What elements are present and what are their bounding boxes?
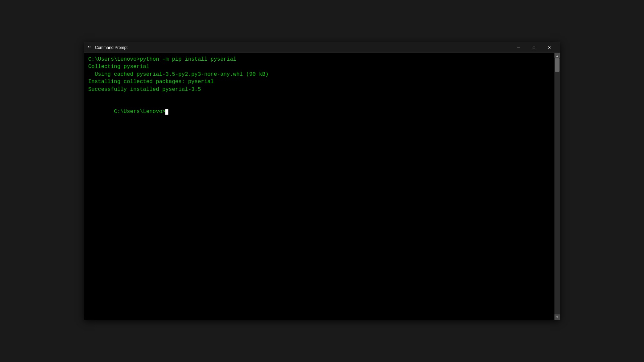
title-bar-left: C: Command Prompt: [87, 45, 127, 50]
cmd-icon-label: C:: [88, 46, 92, 49]
window-controls: ─ □ ✕: [511, 42, 557, 53]
window-title: Command Prompt: [95, 45, 127, 50]
scrollbar: ▲ ▼: [554, 53, 560, 320]
terminal-cursor: [165, 109, 168, 115]
terminal-line-3: Using cached pyserial-3.5-py2.py3-none-a…: [88, 71, 550, 78]
title-bar: C: Command Prompt ─ □ ✕: [84, 42, 560, 53]
terminal-line-2: Collecting pyserial: [88, 63, 550, 70]
terminal-prompt: C:\Users\Lenovo>: [114, 109, 166, 115]
terminal-line-4: Installing collected packages: pyserial: [88, 78, 550, 85]
scrollbar-thumb[interactable]: [555, 58, 559, 72]
close-button[interactable]: ✕: [542, 42, 557, 53]
maximize-button[interactable]: □: [526, 42, 542, 53]
cmd-window: C: Command Prompt ─ □ ✕ C:\Users\Lenovo>…: [84, 42, 560, 320]
minimize-button[interactable]: ─: [511, 42, 526, 53]
cmd-icon-badge: C:: [87, 45, 92, 50]
terminal-line-5: Successfully installed pyserial-3.5: [88, 86, 550, 93]
terminal-prompt-line: C:\Users\Lenovo>: [88, 101, 550, 123]
terminal-empty-line: [88, 93, 550, 101]
scroll-up-icon: ▲: [556, 54, 558, 57]
app-icon: C:: [87, 45, 92, 50]
scrollbar-up-button[interactable]: ▲: [554, 53, 560, 58]
terminal-output[interactable]: C:\Users\Lenovo>python -m pip install py…: [84, 53, 554, 320]
scroll-down-icon: ▼: [556, 316, 558, 319]
scrollbar-down-button[interactable]: ▼: [554, 314, 560, 320]
scrollbar-track[interactable]: [554, 58, 560, 314]
terminal-line-1: C:\Users\Lenovo>python -m pip install py…: [88, 56, 550, 63]
terminal-body[interactable]: C:\Users\Lenovo>python -m pip install py…: [84, 53, 560, 320]
